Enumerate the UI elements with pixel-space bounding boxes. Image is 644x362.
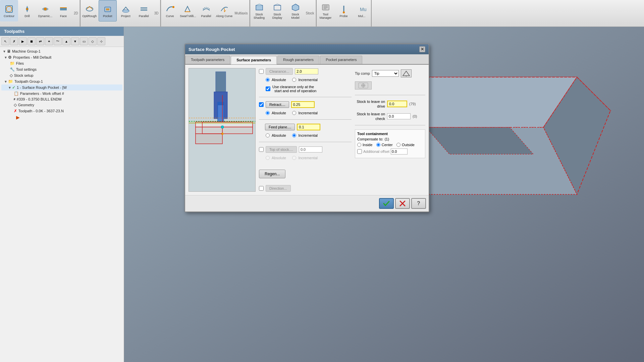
sidebar-btn-play[interactable]: ▶ xyxy=(19,37,27,45)
center-radio[interactable] xyxy=(376,143,380,147)
toolbar-pocket[interactable]: Pocket xyxy=(99,0,117,21)
additional-offset-input[interactable] xyxy=(391,148,408,155)
probe-icon xyxy=(338,4,349,14)
sidebar-item-tool-settings[interactable]: 🔧 Tool settings xyxy=(1,66,122,72)
toolbar-face[interactable]: Face xyxy=(54,0,72,21)
sidebar-item-toolpath-group[interactable]: ▼ 📁 Toolpath Group-1 xyxy=(1,78,122,84)
retract-button[interactable]: Retract.... xyxy=(266,101,289,108)
stock-model-icon xyxy=(290,2,301,13)
sidebar-item-tool-number[interactable]: # #339 - 0.3750 BULL ENDM xyxy=(1,97,122,102)
sidebar-btn-stop[interactable]: ⏹ xyxy=(28,37,36,45)
toolbar-dynamic[interactable]: Dynamic... xyxy=(36,0,54,21)
toolbar-stock-model[interactable]: StockModel xyxy=(286,0,305,21)
tab-rough-parameters[interactable]: Rough parameters xyxy=(277,56,319,64)
additional-offset-checkbox[interactable] xyxy=(357,149,362,154)
toolbar-parallel-multi[interactable]: Parallel xyxy=(197,0,215,21)
drill-icon xyxy=(22,4,33,14)
retract-checkbox[interactable] xyxy=(259,102,264,107)
stock-section-label: Stock xyxy=(306,11,314,15)
sidebar-item-surface-rough[interactable]: ▼ ✓ 1 - Surface Rough Pocket - [W xyxy=(1,84,122,90)
sidebar-btn-up[interactable]: ▲ xyxy=(62,37,70,45)
toolbar-drill[interactable]: Drill xyxy=(18,0,36,21)
toolbar-mul[interactable]: Mu Mul... xyxy=(353,0,371,21)
toolbar-curve[interactable]: Curve xyxy=(161,0,179,21)
retract-incremental-radio[interactable] xyxy=(292,111,296,115)
clearance-incremental-radio[interactable] xyxy=(292,78,296,82)
tab-surface-parameters[interactable]: Surface parameters xyxy=(231,56,277,64)
containment-radio-row: Inside Center Outside xyxy=(357,142,423,147)
sidebar-item-toolpath[interactable]: ✗ Toolpath - 0.0K - 3637-23.N xyxy=(1,108,122,114)
along-curve-icon xyxy=(219,4,230,14)
stock-display-label: StockDisplay xyxy=(272,13,282,19)
sidebar-btn-wave[interactable]: 〜 xyxy=(54,37,62,45)
tab-pocket-parameters[interactable]: Pocket parameters xyxy=(320,56,362,64)
top-stock-checkbox[interactable] xyxy=(259,147,264,152)
clearance-input[interactable] xyxy=(295,68,318,74)
toolbar-project[interactable]: Project xyxy=(117,0,135,21)
clearance-absolute-radio[interactable] xyxy=(266,78,270,82)
inside-radio[interactable] xyxy=(357,143,361,147)
toolbar-optirough[interactable]: OptiRough xyxy=(80,0,99,21)
tool-manager-label: ToolManager xyxy=(320,13,332,19)
tab-toolpath-parameters[interactable]: Toolpath parameters xyxy=(185,56,230,64)
stock-model-label: StockModel xyxy=(291,13,300,19)
toolbar-tool-manager[interactable]: ToolManager xyxy=(317,0,335,21)
feed-plane-input[interactable] xyxy=(297,124,320,130)
sidebar-btn-diamond[interactable]: ◇ xyxy=(89,37,97,45)
modal-body: Clearance... Absolute Incremental xyxy=(185,65,429,195)
3d-section-label: 3D xyxy=(154,11,159,15)
sidebar-btn-star[interactable]: ✦ xyxy=(45,37,53,45)
properties-icon: ⚙ xyxy=(8,55,12,60)
direction-checkbox[interactable] xyxy=(259,186,264,191)
tip-comp-row: Tip comp Tip Center xyxy=(355,69,425,77)
sidebar-btn-arrows[interactable]: ⇄ xyxy=(36,37,44,45)
use-clearance-checkbox[interactable] xyxy=(266,86,270,91)
stock-leave-drive-input[interactable] xyxy=(387,101,407,107)
feed-plane-button[interactable]: Feed plane.... xyxy=(265,124,295,130)
feed-plane-radio-row: Absolute Incremental xyxy=(259,133,352,138)
sidebar-btn-rect[interactable]: ▭ xyxy=(80,37,88,45)
toolbar-along-curve[interactable]: Along Curve xyxy=(215,0,233,21)
toolbar-contour[interactable]: Contour xyxy=(0,0,18,21)
toolbar-swarf[interactable]: Swarf Milli... xyxy=(179,0,197,21)
preview-svg xyxy=(189,68,256,166)
stock-leave-check-input[interactable] xyxy=(387,113,411,119)
tool-containment-title: Tool containment xyxy=(357,132,423,136)
retract-absolute-radio[interactable] xyxy=(266,111,270,115)
swarf-label: Swarf Milli... xyxy=(180,14,196,18)
feed-incremental-radio[interactable] xyxy=(292,133,296,137)
sidebar-btn-cursor[interactable]: ⊹ xyxy=(97,37,105,45)
top-stock-input[interactable] xyxy=(299,146,322,153)
sidebar-btn-x[interactable]: ✗ xyxy=(10,37,18,45)
sidebar-btn-arrow[interactable]: ↖ xyxy=(1,37,9,45)
feed-absolute-radio[interactable] xyxy=(266,133,270,137)
retract-input[interactable] xyxy=(291,101,315,108)
toolbar-stock-display[interactable]: StockDisplay xyxy=(268,0,286,21)
stock-leave-check-label: Stock to leave on check xyxy=(355,112,385,121)
modal-titlebar: Surface Rough Pocket ✕ xyxy=(185,44,429,54)
toolbar-stock-shading[interactable]: StockShading xyxy=(250,0,268,21)
tip-comp-select[interactable]: Tip Center xyxy=(372,70,399,77)
sidebar-item-geometry[interactable]: ◇ Geometry xyxy=(1,102,122,108)
toolbar-parallel[interactable]: Parallel xyxy=(135,0,153,21)
sidebar-item-machine-group[interactable]: ▼ 🖥 Machine Group-1 xyxy=(1,48,122,54)
cursor-pos-button[interactable] xyxy=(355,81,372,89)
toolbar-probe[interactable]: Probe xyxy=(335,0,353,21)
clearance-checkbox[interactable] xyxy=(259,69,264,74)
direction-row: Direction... xyxy=(259,185,352,192)
svg-rect-0 xyxy=(6,6,12,12)
outside-radio[interactable] xyxy=(396,143,400,147)
sidebar-item-parameters[interactable]: 📋 Parameters - Work offset # xyxy=(1,90,122,97)
dynamic-icon xyxy=(40,4,51,14)
regen-button[interactable]: Regen... xyxy=(259,170,285,178)
machine-group-icon: 🖥 xyxy=(7,49,11,54)
help-button[interactable]: ? xyxy=(411,198,426,209)
sidebar-item-files[interactable]: 📁 Files xyxy=(1,60,122,66)
sidebar-item-stock-setup[interactable]: ◇ Stock setup xyxy=(1,72,122,78)
sidebar-btn-down[interactable]: ▼ xyxy=(71,37,79,45)
ok-button[interactable] xyxy=(379,198,394,209)
cancel-button[interactable] xyxy=(395,198,410,209)
tip-comp-icon[interactable] xyxy=(401,69,412,77)
sidebar-item-properties[interactable]: ▼ ⚙ Properties - Mill Default xyxy=(1,54,122,60)
close-button[interactable]: ✕ xyxy=(419,46,425,52)
